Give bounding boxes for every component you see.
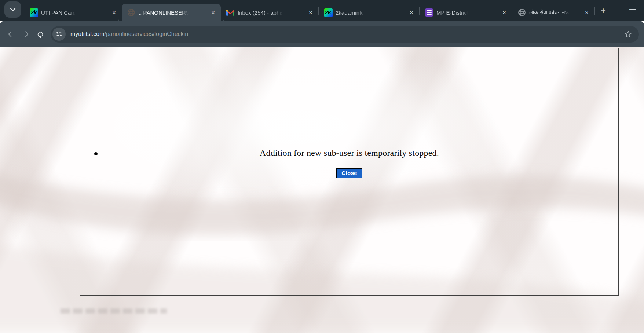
tab-search-button[interactable]	[4, 1, 21, 18]
list-bullet	[94, 152, 98, 155]
close-tab-icon[interactable]: ✕	[500, 8, 508, 17]
tab-title: MP E-District	[436, 10, 468, 16]
site-settings-icon	[56, 31, 62, 37]
2k-site-icon: 2K	[324, 8, 333, 17]
watermark-smudge	[61, 308, 167, 314]
close-tab-icon[interactable]: ✕	[307, 8, 315, 17]
tab-title: UTI PAN Card	[41, 10, 76, 16]
close-tab-icon[interactable]: ✕	[110, 8, 118, 17]
address-bar[interactable]: myutiitsl.com/panonlineservices/loginChe…	[51, 26, 639, 43]
tab-title: लोक सेवा प्रबंधन मध्य	[529, 9, 570, 16]
globe-icon	[127, 8, 136, 17]
list-form-icon	[425, 8, 433, 17]
window-minimize-button[interactable]: —	[629, 5, 636, 13]
back-button[interactable]	[4, 27, 18, 41]
tab-gmail-inbox[interactable]: Inbox (254) - abhis ✕	[221, 4, 318, 21]
page-content: Addition for new sub-user is temporarily…	[0, 47, 644, 333]
notice-message: Addition for new sub-user is temporarily…	[260, 148, 439, 158]
browser-toolbar: myutiitsl.com/panonlineservices/loginChe…	[0, 21, 644, 47]
globe-icon	[517, 8, 526, 17]
reload-icon	[36, 30, 44, 38]
url-path: /panonlineservices/loginCheckin	[104, 31, 188, 37]
new-tab-button[interactable]: +	[597, 4, 610, 17]
close-tab-icon[interactable]: ✕	[209, 8, 217, 17]
tab-mp-e-district[interactable]: MP E-District ✕	[420, 4, 512, 21]
tab-2kadaminfo[interactable]: 2K 2kadaminfo ✕	[319, 4, 419, 21]
tab-title: :: PANONLINESERV	[139, 10, 190, 16]
forward-button[interactable]	[18, 27, 33, 41]
forward-arrow-icon	[21, 30, 30, 39]
close-button[interactable]: Close	[336, 168, 362, 178]
url-domain: myutiitsl.com	[70, 31, 104, 37]
site-info-button[interactable]	[52, 28, 66, 41]
tab-strip: 2k UTI PAN Card ✕ :: PANONLINESERV ✕	[0, 0, 644, 21]
notice-row: Addition for new sub-user is temporarily…	[80, 148, 618, 158]
bookmark-star-button[interactable]	[623, 29, 634, 40]
message-box: Addition for new sub-user is temporarily…	[80, 48, 619, 296]
chevron-down-icon	[10, 8, 16, 11]
tab-panonlineservices-active[interactable]: :: PANONLINESERV ✕	[122, 4, 221, 21]
reload-button[interactable]	[33, 27, 48, 41]
tab-lok-seva-prabandhan[interactable]: लोक सेवा प्रबंधन मध्य ✕	[512, 4, 594, 21]
star-icon	[624, 30, 632, 38]
tab-uti-pan-card[interactable]: 2k UTI PAN Card ✕	[24, 4, 122, 21]
close-tab-icon[interactable]: ✕	[583, 8, 591, 17]
close-tab-icon[interactable]: ✕	[407, 8, 416, 17]
tab-separator	[594, 7, 595, 15]
tab-title: Inbox (254) - abhis	[238, 10, 283, 16]
back-arrow-icon	[7, 30, 15, 39]
tab-title: 2kadaminfo	[336, 10, 364, 16]
2k-site-icon: 2k	[29, 8, 38, 17]
gmail-icon	[226, 8, 235, 17]
url-text[interactable]: myutiitsl.com/panonlineservices/loginChe…	[70, 31, 623, 37]
